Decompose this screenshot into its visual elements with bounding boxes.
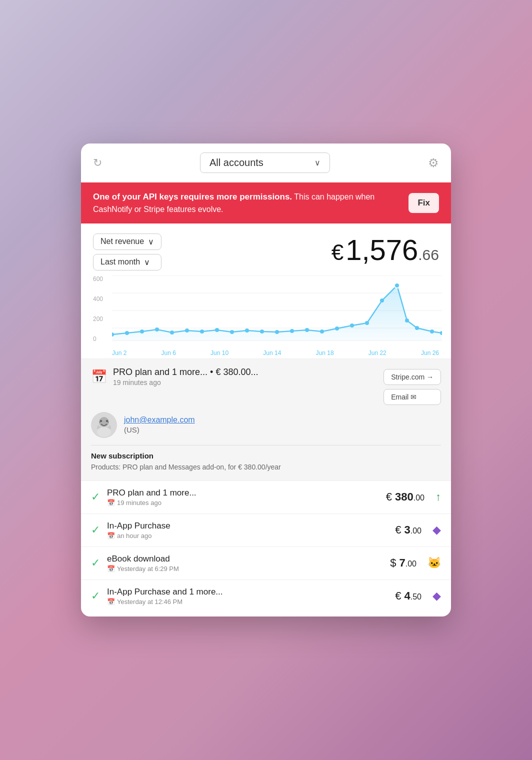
- txn-time: 📅 Yesterday at 12:46 PM: [107, 598, 388, 606]
- x-label-jun10: Jun 10: [210, 350, 228, 356]
- svg-point-19: [320, 330, 324, 334]
- svg-point-13: [230, 330, 234, 334]
- customer-email[interactable]: john@example.com: [124, 416, 195, 424]
- svg-point-21: [350, 324, 354, 328]
- chart-svg-area: [112, 276, 439, 348]
- svg-point-24: [394, 283, 400, 288]
- txn-info: PRO plan and 1 more... 📅 19 minutes ago: [107, 488, 379, 506]
- svg-point-11: [200, 330, 204, 334]
- exp-detail: New subscription Products: PRO plan and …: [91, 445, 441, 472]
- txn-title: PRO plan and 1 more...: [107, 488, 379, 498]
- amount-cents: .66: [418, 246, 439, 263]
- check-icon: ✓: [91, 590, 100, 602]
- txn-time: 📅 Yesterday at 6:29 PM: [107, 565, 383, 572]
- txn-amount: $ 7.00: [390, 556, 416, 570]
- alert-text: One of your API keys requires more permi…: [93, 190, 400, 216]
- check-icon: ✓: [91, 556, 100, 570]
- revenue-chart: 600 400 200 0: [93, 276, 439, 358]
- txn-title: eBook download: [107, 554, 383, 564]
- x-label-jun2: Jun 2: [112, 350, 126, 356]
- alert-bold: One of your API keys requires more permi…: [93, 192, 292, 202]
- amount-main: 1,576: [346, 234, 418, 266]
- txn-amount-value: € 4.50: [395, 590, 422, 602]
- y-label-200: 200: [93, 316, 112, 322]
- time-period-label: Last month: [100, 258, 140, 266]
- y-label-400: 400: [93, 296, 112, 302]
- svg-point-7: [140, 330, 144, 334]
- txn-amount-value: € 3.00: [395, 524, 422, 536]
- svg-point-16: [275, 330, 279, 334]
- fix-button[interactable]: Fix: [408, 193, 439, 213]
- exp-top-row: 📅 PRO plan and 1 more... • € 380.00... 1…: [91, 367, 441, 405]
- svg-point-18: [305, 328, 309, 332]
- svg-point-34: [108, 421, 109, 422]
- stripe-link-button[interactable]: Stripe.com →: [384, 369, 441, 385]
- svg-point-35: [97, 427, 111, 437]
- transaction-item[interactable]: ✓ eBook download 📅 Yesterday at 6:29 PM …: [81, 546, 451, 580]
- metric-type-label: Net revenue: [100, 237, 144, 246]
- metric-chevron-icon: ∨: [148, 237, 154, 246]
- svg-point-6: [125, 331, 129, 335]
- svg-point-27: [430, 330, 434, 334]
- svg-point-33: [100, 421, 101, 422]
- chevron-down-icon: ∨: [314, 158, 320, 168]
- x-label-jun6: Jun 6: [162, 350, 176, 356]
- calendar-icon: 📅: [107, 532, 115, 540]
- txn-amount-value: € 380.00: [386, 490, 424, 503]
- time-period-selector[interactable]: Last month ∨: [93, 254, 162, 270]
- header: ↻ All accounts ∨ ⚙: [81, 144, 451, 182]
- svg-point-8: [155, 328, 159, 332]
- txn-time: 📅 an hour ago: [107, 532, 388, 540]
- transaction-item[interactable]: ✓ In-App Purchase 📅 an hour ago € 3.00 ◆: [81, 514, 451, 546]
- y-label-0: 0: [93, 336, 112, 342]
- subscription-icon: 📅: [91, 369, 107, 384]
- x-label-jun18: Jun 18: [316, 350, 334, 356]
- svg-point-26: [415, 326, 419, 330]
- exp-actions: Stripe.com → Email ✉: [384, 369, 441, 405]
- svg-point-17: [290, 329, 294, 333]
- metric-type-selector[interactable]: Net revenue ∨: [93, 234, 162, 250]
- exp-customer-row: john@example.com (US): [91, 412, 441, 438]
- customer-info: john@example.com (US): [124, 416, 195, 434]
- cat-icon: 🐱: [428, 556, 441, 570]
- calendar-icon: 📅: [107, 598, 115, 606]
- metrics-area: Net revenue ∨ Last month ∨ €1,576.66 600…: [81, 224, 451, 358]
- email-button[interactable]: Email ✉: [384, 389, 441, 405]
- chart-y-axis: 600 400 200 0: [93, 276, 112, 344]
- exp-detail-desc: Products: PRO plan and Messages add-on, …: [91, 462, 441, 472]
- svg-point-9: [170, 330, 174, 334]
- settings-icon[interactable]: ⚙: [428, 156, 439, 170]
- x-label-jun26: Jun 26: [421, 350, 439, 356]
- svg-point-15: [260, 330, 264, 334]
- metrics-controls: Net revenue ∨ Last month ∨ €1,576.66: [93, 234, 439, 270]
- txn-amount: € 380.00: [386, 490, 424, 504]
- svg-point-22: [365, 321, 369, 325]
- refresh-icon[interactable]: ↻: [93, 156, 102, 170]
- expanded-transaction: 📅 PRO plan and 1 more... • € 380.00... 1…: [81, 358, 451, 480]
- transaction-item[interactable]: ✓ PRO plan and 1 more... 📅 19 minutes ag…: [81, 480, 451, 514]
- transaction-item[interactable]: ✓ In-App Purchase and 1 more... 📅 Yester…: [81, 580, 451, 612]
- calendar-icon: 📅: [107, 565, 115, 572]
- txn-time-label: an hour ago: [117, 532, 152, 540]
- alert-banner: One of your API keys requires more permi…: [81, 182, 451, 224]
- chart-x-axis: Jun 2 Jun 6 Jun 10 Jun 14 Jun 18 Jun 22 …: [112, 350, 439, 356]
- x-label-jun14: Jun 14: [263, 350, 281, 356]
- x-label-jun22: Jun 22: [368, 350, 386, 356]
- customer-country: (US): [124, 426, 195, 434]
- svg-point-14: [245, 328, 249, 332]
- revenue-amount: €1,576.66: [332, 236, 439, 264]
- check-icon: ✓: [91, 524, 100, 536]
- txn-time-label: Yesterday at 6:29 PM: [117, 565, 179, 572]
- txn-time-label: Yesterday at 12:46 PM: [117, 598, 182, 606]
- txn-title: In-App Purchase: [107, 521, 388, 531]
- account-selector-label: All accounts: [210, 157, 264, 168]
- exp-detail-title: New subscription: [91, 452, 441, 460]
- transaction-list: ✓ PRO plan and 1 more... 📅 19 minutes ag…: [81, 480, 451, 616]
- controls-left: Net revenue ∨ Last month ∨: [93, 234, 162, 270]
- svg-point-23: [380, 298, 384, 302]
- purple-gem-icon-2: ◆: [432, 590, 441, 602]
- account-selector[interactable]: All accounts ∨: [200, 152, 330, 173]
- txn-info: eBook download 📅 Yesterday at 6:29 PM: [107, 554, 383, 572]
- purple-gem-icon: ◆: [432, 524, 441, 536]
- exp-left-info: 📅 PRO plan and 1 more... • € 380.00... 1…: [91, 367, 384, 386]
